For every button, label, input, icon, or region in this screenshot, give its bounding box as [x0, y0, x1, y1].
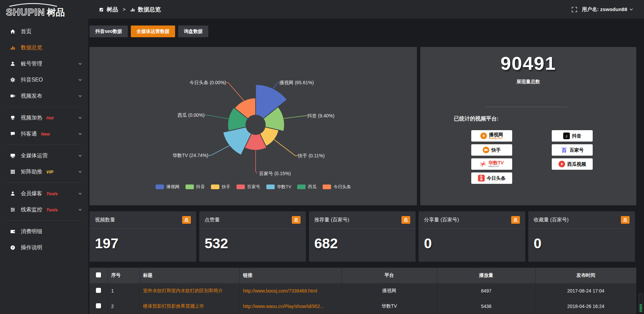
sidebar-item-8[interactable]: 矩阵助推VIP — [0, 164, 88, 180]
stat-card-title: 推荐量 (百家号) — [314, 217, 349, 223]
platform-sub: wasu.cn — [488, 165, 499, 168]
legend-swatch — [236, 185, 245, 189]
sidebar-item-9[interactable]: 会员爆客Tools — [0, 186, 88, 202]
logo-arc-icon — [8, 3, 58, 7]
legend-item-播视网[interactable]: 播视网 — [156, 184, 179, 190]
chevron-down-icon — [78, 116, 82, 120]
sidebar-divider — [7, 107, 82, 107]
legend-item-华数TV[interactable]: 华数TV — [266, 184, 291, 190]
total-badge[interactable]: 总 — [401, 216, 410, 224]
scrollbar-grip[interactable] — [640, 304, 642, 312]
platform-badge-西瓜视频: 西瓜视频 — [552, 158, 593, 170]
row-checkbox[interactable] — [96, 303, 101, 308]
select-all-header — [90, 268, 108, 283]
legend-swatch — [297, 185, 306, 189]
sidebar-item-label: 消费明细 — [21, 228, 42, 235]
chevron-down-icon — [78, 78, 82, 82]
legend-item-百家号[interactable]: 百家号 — [236, 184, 260, 190]
pie-label-播视网: 播视网 (65.61%) — [279, 80, 314, 85]
legend-item-抖音[interactable]: 抖音 — [185, 184, 205, 190]
legend-swatch — [156, 185, 164, 189]
stat-cards-row: 视频数量总197点赞量总532推荐量 (百家号)总682分享量 (百家号)总0收… — [90, 211, 636, 262]
pie-label-line — [273, 83, 279, 89]
sidebar-item-4[interactable]: 视频发布 — [0, 88, 88, 104]
legend-swatch — [185, 185, 194, 189]
chevron-down-icon — [78, 132, 82, 136]
sidebar-item-3[interactable]: 抖音SEO — [0, 72, 88, 88]
legend-swatch — [266, 185, 275, 189]
platform-name: 百家号 — [570, 148, 584, 153]
stat-card-2: 推荐量 (百家号)总682 — [309, 211, 416, 262]
sliders-icon — [9, 206, 16, 213]
bar-chart-icon — [9, 44, 16, 51]
total-badge[interactable]: 总 — [621, 216, 630, 224]
sidebar-item-12[interactable]: ?操作说明 — [0, 240, 88, 256]
platform-badge-快手: 快手 — [471, 144, 512, 156]
app-logo[interactable]: SHUPIN 树品 — [0, 0, 88, 21]
stat-card-value: 0 — [419, 229, 525, 252]
page-scrollbar[interactable] — [639, 293, 643, 313]
data-tabs: 抖音seo数据全媒体运营数据询盘数据 — [90, 25, 208, 37]
videos-table: 序号标题链接平台播放量发布时间 1室外水纹灯和室内水纹灯的区别和简介http:/… — [90, 268, 636, 314]
sidebar-item-label: 抖音SEO — [21, 76, 43, 84]
pie-slice-华数TV[interactable] — [223, 127, 252, 155]
legend-label: 华数TV — [277, 184, 291, 190]
sidebar-item-7[interactable]: 全媒体运营 — [0, 148, 88, 164]
total-badge[interactable]: 总 — [292, 216, 301, 224]
platform-badge-播视网: 播视网boosj.com — [471, 130, 512, 142]
cell-title[interactable]: 室外水纹灯和室内水纹灯的区别和简介 — [140, 283, 239, 299]
cell-title[interactable]: 楼体投影灯投影效果震撼上市 — [140, 299, 239, 314]
sidebar-item-0[interactable]: 首页 — [0, 23, 88, 40]
cell-link[interactable]: http://www.wasu.cn/Play/show/id/952... — [239, 299, 341, 314]
chevron-down-icon — [629, 7, 633, 11]
platform-sub: boosj.com — [489, 137, 502, 140]
breadcrumb-item-data-overview[interactable]: 数据总览 — [138, 6, 161, 13]
pie-label-line — [208, 146, 229, 155]
sidebar-divider — [7, 145, 82, 145]
cell-time: 2017-08-24 17:04 — [535, 283, 636, 299]
monitor-icon — [9, 152, 16, 159]
sidebar-item-5[interactable]: 视频加热Hot — [0, 110, 88, 126]
legend-swatch — [211, 185, 219, 189]
sidebar-item-1[interactable]: 数据总览 — [0, 40, 88, 56]
svg-text:?: ? — [12, 246, 14, 249]
select-all-checkbox[interactable] — [96, 272, 101, 277]
cell-platform: 播视网 — [341, 283, 437, 299]
logo-text-en: SHUPIN — [6, 7, 45, 17]
pie-label-百家号: 百家号 (0.15%) — [259, 171, 291, 176]
cell-plays: 5438 — [437, 299, 535, 314]
sidebar-item-11[interactable]: 消费明细 — [0, 223, 88, 240]
sidebar-item-label: 全媒体运营 — [21, 152, 48, 159]
cell-seq: 2 — [108, 299, 140, 314]
fullscreen-icon[interactable] — [572, 7, 577, 12]
legend-item-西瓜[interactable]: 西瓜 — [297, 184, 317, 190]
legend-item-快手[interactable]: 快手 — [211, 184, 230, 190]
tab-2[interactable]: 询盘数据 — [178, 25, 208, 37]
sidebar-item-6[interactable]: 抖客通New — [0, 126, 88, 142]
stat-card-4: 收藏量 (百家号)总0 — [528, 211, 635, 262]
row-checkbox[interactable] — [96, 288, 101, 293]
sidebar-item-label: 视频发布 — [21, 93, 42, 100]
platform-name: 今日头条 — [487, 176, 505, 181]
sidebar-item-label: 矩阵助推 — [21, 168, 42, 175]
sidebar: SHUPIN 树品 首页数据总览账号管理抖音SEO视频发布视频加热Hot抖客通N… — [0, 0, 88, 314]
sidebar-item-tag: Tools — [46, 207, 58, 212]
sidebar-item-2[interactable]: 账号管理 — [0, 56, 88, 72]
chevron-down-icon — [78, 208, 82, 212]
user-menu[interactable]: 用户名: zswodun88 — [582, 6, 633, 13]
tab-1[interactable]: 全媒体运营数据 — [131, 25, 175, 37]
tab-0[interactable]: 抖音seo数据 — [90, 25, 128, 37]
sidebar-item-label: 账号管理 — [21, 60, 42, 67]
legend-label: 快手 — [222, 184, 230, 190]
total-badge[interactable]: 总 — [511, 216, 520, 224]
pie-label-今日头条: 今日头条 (0.00%) — [190, 80, 226, 85]
cell-link[interactable]: http://www.boosj.com/7338468.html — [239, 283, 341, 299]
platform-name: 西瓜视频 — [567, 162, 586, 167]
sidebar-divider — [7, 220, 82, 221]
cell-seq: 1 — [108, 283, 140, 299]
breadcrumb-item-shupin[interactable]: 树品 — [107, 6, 118, 13]
total-badge[interactable]: 总 — [182, 216, 191, 224]
sidebar-item-tag: New — [41, 132, 50, 137]
legend-item-今日头条[interactable]: 今日头条 — [323, 184, 351, 190]
sidebar-item-10[interactable]: 线索监控Tools — [0, 202, 88, 218]
